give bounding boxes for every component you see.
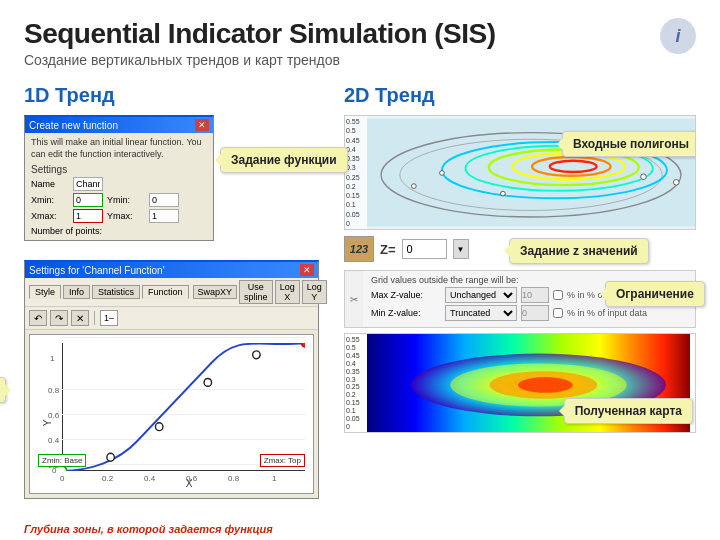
result-y-axis: 0.55 0.5 0.45 0.4 0.35 0.3 0.25 0.2 0.15… <box>345 334 367 432</box>
create-dialog-close[interactable]: ✕ <box>195 119 209 131</box>
z-label: Z= <box>380 242 396 257</box>
z-input[interactable] <box>402 239 447 259</box>
ymin-input[interactable] <box>149 193 179 207</box>
header: Sequential Indicator Simulation (SIS) Со… <box>0 0 720 76</box>
btn-swapxy[interactable]: SwapXY <box>193 285 238 299</box>
svg-point-23 <box>253 351 260 359</box>
btn-delete[interactable]: ✕ <box>71 310 89 326</box>
zmax-box: Zmax: Top <box>260 454 305 467</box>
name-input[interactable] <box>73 177 103 191</box>
svg-point-10 <box>673 180 679 186</box>
max-z-checkbox[interactable] <box>553 290 563 300</box>
callout-polygons: Входные полигоны <box>562 131 696 157</box>
clipping-section: ✂ Grid values outside the range will be:… <box>344 270 696 328</box>
zmin-box: Zmin: Base <box>38 454 86 467</box>
name-row: Name <box>31 177 207 191</box>
polygon-image: 0.55 0.5 0.45 0.4 0.35 0.3 0.25 0.2 0.15… <box>344 115 696 230</box>
btn-log-y[interactable]: Log Y <box>302 280 327 304</box>
btn-undo[interactable]: ↶ <box>29 310 47 326</box>
chart-svg <box>62 343 305 471</box>
xmin-row: Xmin: Ymin: <box>31 193 207 207</box>
min-z-value[interactable] <box>521 305 549 321</box>
svg-point-9 <box>641 174 647 180</box>
btn-redo[interactable]: ↷ <box>50 310 68 326</box>
tab-info[interactable]: Info <box>63 285 90 299</box>
npoints-row: Number of points: <box>31 226 207 236</box>
xmax-input[interactable] <box>73 209 103 223</box>
settings-dialog-titlebar: Settings for 'Channel Function' ✕ <box>25 262 318 278</box>
z-icon: 123 <box>344 236 374 262</box>
xmin-input[interactable] <box>73 193 103 207</box>
map-y-axis: 0.55 0.5 0.45 0.4 0.35 0.3 0.25 0.2 0.15… <box>345 116 367 229</box>
max-z-select[interactable]: Unchanged Truncated <box>445 287 517 303</box>
page-subtitle: Создание вертикальных трендов и карт тре… <box>24 52 696 68</box>
svg-point-21 <box>155 423 162 431</box>
xmax-label: Xmax: <box>31 211 69 221</box>
settings-dialog-close[interactable]: ✕ <box>300 264 314 276</box>
settings-dialog: Settings for 'Channel Function' ✕ Style … <box>24 260 319 499</box>
ymax-input[interactable] <box>149 209 179 223</box>
min-z-check-label: % in % of input data <box>567 308 647 318</box>
page-title: Sequential Indicator Simulation (SIS) <box>24 18 696 50</box>
section-1d-title: 1D Тренд <box>24 84 324 107</box>
create-dialog-desc: This will make an initial linear functio… <box>31 137 207 160</box>
svg-point-20 <box>107 453 114 461</box>
callout-result: Полученная карта <box>564 398 693 424</box>
svg-point-11 <box>501 191 506 196</box>
xmax-row: Xmax: Ymax: <box>31 209 207 223</box>
name-label: Name <box>31 179 69 189</box>
min-z-label: Min Z-value: <box>371 308 441 318</box>
create-dialog-titlebar: Create new function ✕ <box>25 117 213 133</box>
bottom-note: Глубина зоны, в которой задается функция <box>24 523 273 535</box>
y-axis-label: Y <box>42 420 53 427</box>
settings-label: Settings <box>31 164 207 175</box>
z-value-row: 123 Z= ▼ Задание z значений <box>344 236 696 262</box>
svg-point-13 <box>440 171 445 176</box>
ymax-label: Ymax: <box>107 211 145 221</box>
zoom-value: 1– <box>100 310 118 326</box>
tab-style[interactable]: Style <box>29 285 61 299</box>
settings-toolbar2: ↶ ↷ ✕ 1– <box>25 307 318 330</box>
btn-use-spline[interactable]: Use spline <box>239 280 273 304</box>
info-icon[interactable]: i <box>660 18 696 54</box>
create-dialog-title: Create new function <box>29 120 118 131</box>
min-z-checkbox[interactable] <box>553 308 563 318</box>
npoints-label: Number of points: <box>31 226 102 236</box>
min-z-select[interactable]: Truncated Unchanged <box>445 305 517 321</box>
svg-point-22 <box>204 378 211 386</box>
section-2d-title: 2D Тренд <box>344 84 696 107</box>
chart-area: Y X 1 0.8 0.6 0.4 0.2 0 0 0.2 0.4 0.6 0.… <box>29 334 314 494</box>
svg-point-18 <box>518 377 573 393</box>
z-dropdown[interactable]: ▼ <box>453 239 469 259</box>
callout-limit: Ограничение <box>605 281 705 307</box>
xmin-label: Xmin: <box>31 195 69 205</box>
clipping-icon: ✂ <box>345 271 363 327</box>
svg-point-12 <box>412 184 417 189</box>
settings-toolbar: Style Info Statistics Function SwapXY Us… <box>25 278 318 307</box>
settings-dialog-title: Settings for 'Channel Function' <box>29 265 165 276</box>
min-z-row: Min Z-value: Truncated Unchanged % in % … <box>371 305 689 321</box>
callout-z: Задание z значений <box>509 238 649 264</box>
create-function-dialog: Create new function ✕ This will make an … <box>24 115 214 241</box>
ymin-label: Ymin: <box>107 195 145 205</box>
svg-point-24 <box>301 343 305 347</box>
result-map: 0.55 0.5 0.45 0.4 0.35 0.3 0.25 0.2 0.15… <box>344 333 696 433</box>
tab-statistics[interactable]: Statistics <box>92 285 140 299</box>
callout-function: Задание функции <box>220 147 348 173</box>
max-z-label: Max Z-value: <box>371 290 441 300</box>
create-dialog-body: This will make an initial linear functio… <box>25 133 213 240</box>
tab-function[interactable]: Function <box>142 285 189 299</box>
right-column: 2D Тренд 0.55 0.5 0.45 0.4 0.35 0.3 0.25… <box>344 84 696 433</box>
callout-prob: Вероятность песка <box>0 377 6 403</box>
btn-log-x[interactable]: Log X <box>275 280 300 304</box>
max-z-value[interactable] <box>521 287 549 303</box>
